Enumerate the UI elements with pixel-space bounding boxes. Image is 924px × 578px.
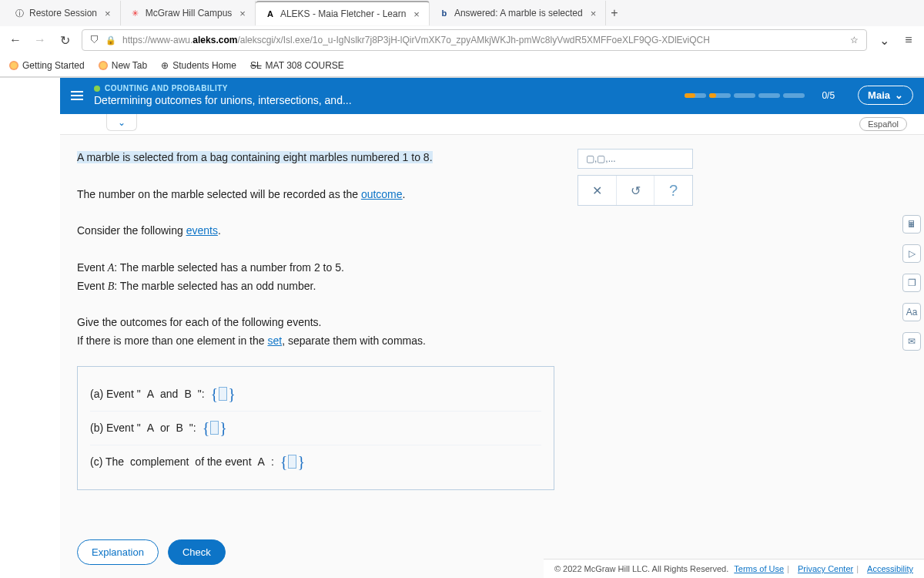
- close-icon[interactable]: ×: [591, 8, 597, 19]
- browser-chrome: ⓘ Restore Session × ✳ McGraw Hill Campus…: [0, 0, 924, 78]
- course-icon: SL: [250, 60, 262, 71]
- tab-row: ⓘ Restore Session × ✳ McGraw Hill Campus…: [0, 0, 924, 26]
- bookmark-getting-started[interactable]: Getting Started: [9, 60, 85, 71]
- status-dot-icon: [94, 86, 100, 92]
- format-hint[interactable]: ▢,▢,...: [578, 149, 693, 169]
- topic-header: COUNTING AND PROBABILITY Determining out…: [60, 78, 924, 114]
- info-icon: ⓘ: [14, 8, 25, 18]
- chevron-down-icon: ⌄: [895, 89, 903, 101]
- answer-row-b: (b) Event "A or B": {}: [90, 412, 541, 445]
- firefox-icon: [9, 61, 18, 70]
- explanation-button[interactable]: Explanation: [77, 539, 159, 565]
- problem-column: A marble is selected from a bag containi…: [77, 149, 554, 526]
- link-outcome[interactable]: outcome: [361, 188, 403, 200]
- menu-icon[interactable]: ≡: [901, 33, 916, 47]
- set-input-b[interactable]: {}: [203, 419, 227, 437]
- problem-text: A marble is selected from a bag containi…: [77, 149, 554, 351]
- answer-row-c: (c) The complement of the event A: {}: [90, 445, 541, 479]
- tab-label: McGraw Hill Campus: [146, 8, 233, 18]
- tab-restore[interactable]: ⓘ Restore Session ×: [5, 1, 121, 25]
- hamburger-icon[interactable]: [71, 91, 83, 100]
- progress-bar: [685, 93, 805, 98]
- link-terms[interactable]: Terms of Use: [734, 564, 784, 573]
- answer-row-a: (a) Event "A and B": {}: [90, 378, 541, 412]
- tab-aleks[interactable]: A ALEKS - Maia Fletcher - Learn ×: [256, 1, 430, 25]
- bookmark-new-tab[interactable]: New Tab: [99, 60, 147, 71]
- url-text: https://www-awu.aleks.com/alekscgi/x/Isl…: [122, 35, 844, 45]
- globe-icon: ⊕: [161, 60, 169, 71]
- play-icon[interactable]: ▷: [902, 244, 921, 263]
- bookmark-students-home[interactable]: ⊕Students Home: [161, 60, 236, 71]
- star-icon[interactable]: ☆: [850, 35, 859, 45]
- check-button[interactable]: Check: [168, 539, 226, 565]
- shield-icon: ⛉: [90, 35, 99, 45]
- right-tools: 🖩 ▷ ❐ Aa ✉: [902, 215, 921, 351]
- undo-button[interactable]: ↺: [617, 176, 655, 205]
- message-icon[interactable]: ✉: [902, 332, 921, 351]
- user-menu[interactable]: Maia⌄: [858, 86, 913, 105]
- left-rail: [0, 78, 60, 578]
- page-content: COUNTING AND PROBABILITY Determining out…: [0, 78, 924, 578]
- topic-category: COUNTING AND PROBABILITY: [94, 84, 674, 92]
- main-panel: COUNTING AND PROBABILITY Determining out…: [60, 78, 924, 578]
- tab-answered[interactable]: b Answered: A marble is selected ×: [430, 1, 606, 25]
- mcgraw-icon: ✳: [130, 8, 141, 18]
- aleks-icon: A: [265, 8, 276, 19]
- sub-bar: ⌄ Español: [60, 114, 924, 135]
- answer-box: (a) Event "A and B": {} (b) Event "A or …: [77, 366, 554, 490]
- ebook-icon[interactable]: ❐: [902, 274, 921, 292]
- legal-footer: © 2022 McGraw Hill LLC. All Rights Reser…: [544, 559, 924, 578]
- bartleby-icon: b: [439, 8, 450, 18]
- progress-text: 0/5: [822, 90, 835, 101]
- link-complement[interactable]: complement: [130, 455, 189, 468]
- new-tab-button[interactable]: +: [611, 6, 618, 20]
- close-icon[interactable]: ×: [413, 8, 420, 20]
- forward-button[interactable]: →: [32, 33, 48, 47]
- link-set[interactable]: set: [267, 334, 282, 347]
- bookmark-mat308[interactable]: SLMAT 308 COURSE: [250, 60, 344, 71]
- nav-row: ← → ↻ ⛉ 🔒 https://www-awu.aleks.com/alek…: [0, 26, 924, 54]
- work-area: A marble is selected from a bag containi…: [60, 135, 924, 526]
- tab-label: ALEKS - Maia Fletcher - Learn: [280, 8, 406, 19]
- bookmarks-row: Getting Started New Tab ⊕Students Home S…: [0, 54, 924, 77]
- set-input-a[interactable]: {}: [211, 385, 236, 403]
- link-events[interactable]: events: [186, 224, 218, 237]
- language-toggle[interactable]: Español: [859, 117, 907, 131]
- tab-label: Restore Session: [29, 8, 97, 18]
- expand-button[interactable]: ⌄: [106, 114, 137, 131]
- topic-title: Determining outcomes for unions, interse…: [94, 94, 674, 106]
- tab-mcgraw[interactable]: ✳ McGraw Hill Campus ×: [121, 1, 256, 25]
- link-accessibility[interactable]: Accessibility: [867, 564, 913, 573]
- reload-button[interactable]: ↻: [57, 33, 72, 48]
- url-bar[interactable]: ⛉ 🔒 https://www-awu.aleks.com/alekscgi/x…: [82, 29, 867, 51]
- back-button[interactable]: ←: [8, 33, 23, 47]
- link-privacy[interactable]: Privacy Center: [798, 564, 853, 573]
- close-icon[interactable]: ×: [239, 8, 246, 19]
- close-icon[interactable]: ×: [105, 8, 111, 19]
- set-input-c[interactable]: {}: [280, 453, 305, 471]
- lock-icon: 🔒: [105, 35, 116, 45]
- tab-label: Answered: A marble is selected: [454, 8, 583, 18]
- calculator-icon[interactable]: 🖩: [902, 215, 921, 234]
- pocket-icon[interactable]: ⌄: [876, 33, 892, 48]
- help-button[interactable]: ?: [654, 176, 692, 205]
- tool-tray: ▢,▢,... ✕ ↺ ?: [578, 149, 693, 526]
- firefox-icon: [99, 61, 108, 70]
- font-icon[interactable]: Aa: [902, 303, 921, 321]
- clear-button[interactable]: ✕: [578, 176, 617, 205]
